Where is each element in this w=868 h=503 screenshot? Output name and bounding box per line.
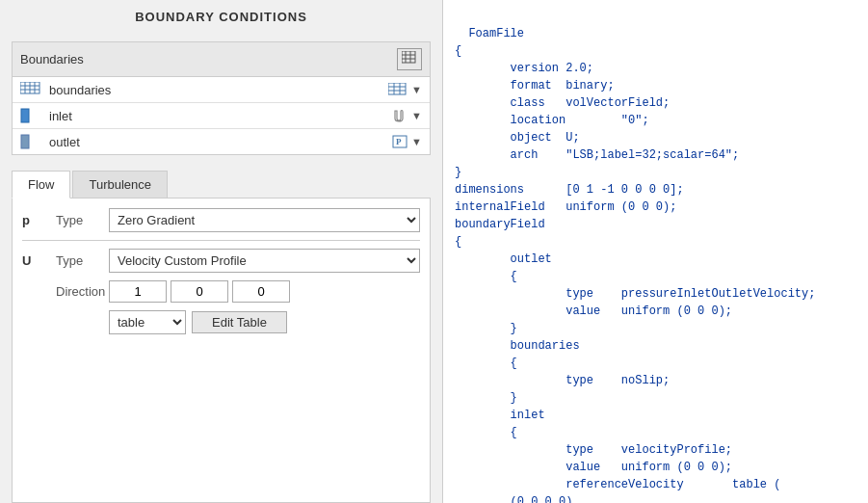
grid-action-icon	[388, 83, 408, 96]
boundaries-section: Boundaries	[12, 41, 431, 155]
boundary-name-inlet: inlet	[49, 109, 394, 123]
boundary-chevron-outlet[interactable]: ▼	[411, 136, 422, 147]
boundary-name-outlet: outlet	[49, 135, 392, 149]
direction-x-input[interactable]	[109, 280, 167, 303]
table-select-dropdown[interactable]: table	[109, 310, 186, 334]
tab-turbulence[interactable]: Turbulence	[72, 171, 168, 198]
blue-rect-icon	[20, 108, 30, 123]
edit-table-button[interactable]: Edit Table	[192, 311, 287, 333]
p-label: p	[22, 213, 56, 227]
tab-flow[interactable]: Flow	[12, 171, 70, 199]
boundary-chevron-boundaries[interactable]: ▼	[411, 84, 422, 95]
u-type-row: U Type Velocity Custom Profile	[22, 249, 420, 273]
list-item[interactable]: inlet ▼	[13, 103, 430, 129]
p-type-label: Type	[56, 213, 109, 227]
grid-icon	[20, 82, 41, 95]
list-item[interactable]: boundaries ▼	[13, 77, 430, 103]
tabs-bar: Flow Turbulence	[12, 171, 431, 199]
p-type-control: Zero Gradient	[109, 208, 420, 232]
code-panel: FoamFile { version 2.0; format binary; c…	[443, 0, 868, 503]
u-type-dropdown[interactable]: Velocity Custom Profile	[109, 249, 420, 273]
clip-icon	[394, 109, 408, 122]
u-type-control: Velocity Custom Profile	[109, 249, 420, 273]
boundary-name-boundaries: boundaries	[49, 83, 388, 97]
direction-row: Direction	[22, 280, 420, 303]
boundaries-action-button[interactable]	[397, 48, 422, 70]
boundary-actions: ▼	[388, 83, 422, 96]
svg-text:P: P	[396, 137, 402, 146]
p-row: p Type Zero Gradient	[22, 208, 420, 232]
svg-rect-11	[388, 83, 406, 94]
boundaries-icon	[20, 82, 41, 97]
list-item[interactable]: outlet P ▼	[13, 129, 430, 154]
inlet-icon	[20, 108, 41, 123]
boundaries-header: Boundaries	[13, 42, 430, 77]
p-type-dropdown[interactable]: Zero Gradient	[109, 208, 420, 232]
outlet-icon	[20, 134, 41, 149]
outlet-rect-icon	[20, 134, 30, 149]
boundary-chevron-inlet[interactable]: ▼	[411, 110, 422, 121]
svg-rect-16	[21, 109, 29, 122]
p-icon: P	[392, 135, 408, 148]
direction-z-input[interactable]	[232, 280, 290, 303]
direction-label: Direction	[56, 284, 109, 299]
svg-rect-17	[21, 135, 29, 148]
code-content: FoamFile { version 2.0; format binary; c…	[455, 27, 815, 503]
u-type-label: Type	[56, 253, 109, 268]
svg-rect-0	[402, 51, 415, 63]
table-row-controls: table Edit Table	[109, 310, 420, 334]
boundary-actions-outlet: P ▼	[392, 135, 422, 148]
grid-add-icon	[402, 51, 417, 65]
form-divider	[22, 240, 420, 241]
direction-y-input[interactable]	[171, 280, 228, 303]
boundary-actions-inlet: ▼	[394, 109, 422, 122]
boundaries-label: Boundaries	[20, 52, 84, 66]
direction-inputs	[109, 280, 420, 303]
form-content: p Type Zero Gradient U Type Velocity Cus…	[12, 199, 431, 503]
u-label: U	[22, 253, 56, 268]
page-title: BOUNDARY CONDITIONS	[0, 0, 442, 34]
